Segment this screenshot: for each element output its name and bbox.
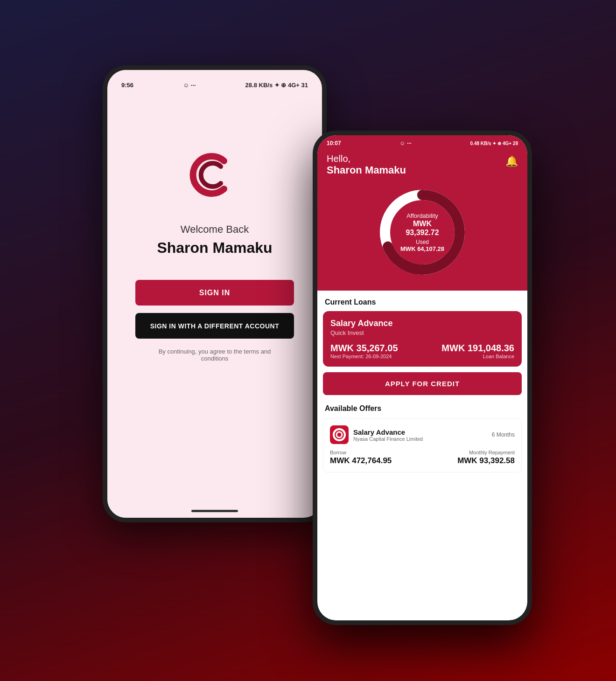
phone-1-time: 9:56	[121, 82, 133, 89]
greeting-text: Hello, Sharon Mamaku	[327, 153, 406, 176]
loan-left: MWK 35,267.05 Next Payment: 26-09-2024	[330, 343, 398, 359]
loan-balance-label: Loan Balance	[441, 354, 514, 359]
phone-2-time: 10:07	[327, 140, 341, 146]
phone-2-status-icons: ☺ ···	[399, 140, 412, 146]
loan-right: MWK 191,048.36 Loan Balance	[441, 343, 514, 359]
offer-title: Salary Advance	[353, 428, 423, 436]
offer-months: 6 Months	[492, 431, 515, 438]
current-loans-heading: Current Loans	[317, 291, 527, 311]
offer-company: Nyasa Capital Finance Limited	[353, 436, 423, 442]
phone-1-status-right: 28.8 KB/s ✦ ⊕ 4G+ 31	[245, 82, 308, 89]
used-label: Used	[399, 239, 446, 245]
terms-text: By continuing, you agree to the terms an…	[145, 348, 285, 362]
borrow-amount: MWK 472,764.95	[330, 456, 392, 466]
affordability-donut: Affordability MWK 93,392.72 Used MWK 64,…	[317, 176, 527, 291]
sign-in-different-button[interactable]: SIGN IN WITH A DIFFERENT ACCOUNT	[135, 313, 294, 339]
app-logo	[187, 147, 243, 205]
login-user-name: Sharon Mamaku	[157, 239, 272, 257]
available-offers-heading: Available Offers	[317, 401, 527, 418]
phone-2-device: 10:07 ☺ ··· 0.48 KB/s ✦ ⊕ 4G+ 28 Hello, …	[313, 131, 532, 625]
borrow-label: Borrow	[330, 450, 392, 455]
apply-for-credit-button[interactable]: APPLY FOR CREDIT	[323, 372, 522, 395]
loan-title: Salary Advance	[330, 319, 514, 328]
home-indicator	[191, 510, 238, 512]
offer-logo-title: Salary Advance Nyasa Capital Finance Lim…	[330, 425, 423, 444]
next-payment-date: Next Payment: 26-09-2024	[330, 354, 398, 359]
phone-1-status-icons: ☺ ···	[183, 82, 196, 89]
phone-2-status-bar: 10:07 ☺ ··· 0.48 KB/s ✦ ⊕ 4G+ 28	[317, 135, 527, 149]
svg-point-4	[336, 432, 342, 438]
used-amount: MWK 64,107.28	[399, 245, 446, 252]
affordability-label: Affordability	[399, 212, 446, 219]
hello-label: Hello,	[327, 153, 406, 164]
greeting-section: Hello, Sharon Mamaku 🔔	[317, 149, 527, 176]
phone-2-status-right: 0.48 KB/s ✦ ⊕ 4G+ 28	[470, 141, 518, 146]
donut-center-text: Affordability MWK 93,392.72 Used MWK 64,…	[399, 212, 446, 252]
offer-card: Salary Advance Nyasa Capital Finance Lim…	[323, 418, 522, 473]
loan-card: Salary Advance Quick Invest MWK 35,267.0…	[323, 311, 522, 367]
repayment-amount: MWK 93,392.58	[457, 456, 515, 466]
loan-subtitle: Quick Invest	[330, 329, 514, 336]
loan-amounts: MWK 35,267.05 Next Payment: 26-09-2024 M…	[330, 343, 514, 359]
next-payment-amount: MWK 35,267.05	[330, 343, 398, 354]
phone-1-status-bar: 9:56 ☺ ··· 28.8 KB/s ✦ ⊕ 4G+ 31	[117, 79, 313, 91]
dashboard-bottom-section: Current Loans Salary Advance Quick Inves…	[317, 291, 527, 620]
offer-repayment-section: Monthly Repayment MWK 93,392.58	[457, 450, 515, 466]
offer-header: Salary Advance Nyasa Capital Finance Lim…	[330, 425, 515, 444]
sign-in-button[interactable]: SIGN IN	[135, 280, 294, 306]
svg-point-3	[334, 429, 345, 440]
donut-wrapper: Affordability MWK 93,392.72 Used MWK 64,…	[376, 186, 469, 279]
offer-logo	[330, 425, 349, 444]
notification-bell-icon[interactable]: 🔔	[505, 155, 518, 167]
offer-borrow-section: Borrow MWK 472,764.95	[330, 450, 392, 466]
phone-1-device: 9:56 ☺ ··· 28.8 KB/s ✦ ⊕ 4G+ 31 Welcome …	[103, 65, 327, 522]
repayment-label: Monthly Repayment	[457, 450, 515, 455]
dashboard-top-section: 10:07 ☺ ··· 0.48 KB/s ✦ ⊕ 4G+ 28 Hello, …	[317, 135, 527, 291]
loan-balance-amount: MWK 191,048.36	[441, 343, 514, 354]
offer-amounts: Borrow MWK 472,764.95 Monthly Repayment …	[330, 450, 515, 466]
offer-title-block: Salary Advance Nyasa Capital Finance Lim…	[353, 428, 423, 442]
welcome-text: Welcome Back	[181, 223, 249, 236]
affordability-amount: MWK 93,392.72	[399, 219, 446, 237]
dashboard-user-name: Sharon Mamaku	[327, 164, 406, 176]
